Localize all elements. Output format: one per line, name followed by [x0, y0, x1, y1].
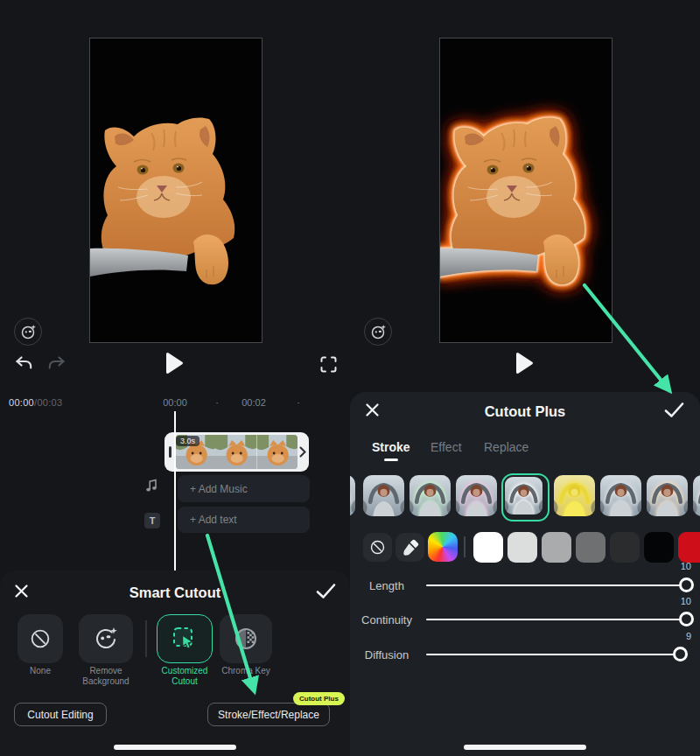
cutout-option-chroma-key[interactable]: [220, 614, 272, 663]
confirm-check-icon[interactable]: [315, 582, 337, 600]
cutout-option-label: Chroma Key: [211, 666, 281, 676]
play-button[interactable]: [165, 352, 184, 374]
eyedropper-button[interactable]: [396, 533, 424, 562]
motion-track-icon: [370, 324, 387, 340]
undo-button[interactable]: [14, 355, 33, 373]
customized-cutout-icon: [169, 623, 200, 654]
length-slider-track[interactable]: [426, 584, 688, 586]
no-color-button[interactable]: [363, 533, 392, 562]
redo-button[interactable]: [46, 355, 66, 373]
timecode-total: /00:03: [34, 397, 62, 408]
add-text-button[interactable]: + Add text: [178, 507, 310, 533]
add-music-button[interactable]: + Add Music: [178, 475, 310, 502]
slider-value: 10: [612, 596, 691, 606]
motion-track-icon: [20, 324, 37, 340]
stroke-preset-yellow-glow[interactable]: [554, 475, 595, 516]
continuity-slider-thumb[interactable]: [679, 612, 694, 626]
no-color-icon: [368, 538, 387, 556]
tab-effect[interactable]: Effect: [430, 440, 462, 454]
slider-label: Length: [350, 579, 424, 592]
continuity-slider-track[interactable]: [426, 619, 688, 620]
cutout-editing-button[interactable]: Cutout Editing: [14, 703, 107, 726]
clip-trim-handle-left[interactable]: [169, 446, 172, 458]
color-swatch[interactable]: [473, 532, 503, 563]
diffusion-slider-track[interactable]: [426, 654, 688, 655]
chroma-key-icon: [231, 624, 261, 654]
play-button[interactable]: [515, 352, 534, 374]
ruler-mark: ·: [297, 397, 300, 408]
color-picker-button[interactable]: [428, 532, 458, 562]
timecode: 00:00/00:03: [9, 397, 62, 408]
diffusion-slider-thumb[interactable]: [673, 647, 688, 662]
stroke-preset-warm-outline[interactable]: [647, 475, 688, 516]
confirm-check-icon[interactable]: [663, 401, 685, 419]
video-editor-screenshot: 00:00/00:03 00:00·00:02· 3.0s + Add Musi…: [0, 0, 700, 756]
playhead[interactable]: [174, 411, 176, 570]
clip-duration-badge: 3.0s: [176, 436, 200, 446]
stroke-preset-white-outline[interactable]: [501, 473, 550, 522]
cutout-option-label: Customized Cutout: [150, 666, 220, 687]
cutout-plus-panel: Cutout Plus StrokeEffectReplace: [350, 392, 700, 756]
slider-value: 10: [612, 561, 691, 571]
stroke-preset-pink-outline[interactable]: [456, 475, 497, 516]
color-swatch[interactable]: [644, 532, 674, 563]
clip-frame-thumbnail: [216, 435, 256, 469]
color-swatch[interactable]: [508, 532, 537, 563]
home-indicator[interactable]: [464, 745, 586, 750]
slider-value: 9: [612, 631, 691, 641]
ruler-mark: ·: [215, 397, 219, 408]
color-swatch[interactable]: [542, 532, 571, 563]
active-tab-underline: [384, 458, 398, 461]
tab-stroke[interactable]: Stroke: [372, 440, 410, 454]
stroke-preset-original[interactable]: [363, 475, 404, 516]
color-swatch[interactable]: [576, 532, 606, 563]
fullscreen-icon[interactable]: [320, 356, 337, 373]
video-clip[interactable]: 3.0s: [164, 432, 309, 472]
ruler-mark: 00:02: [242, 397, 266, 408]
color-swatch[interactable]: [678, 532, 700, 563]
timecode-current: 00:00: [9, 397, 34, 408]
smart-cutout-panel: Smart Cutout NoneRemove BackgroundCustom…: [0, 570, 350, 756]
panel-title: Cutout Plus: [350, 403, 700, 420]
stroke-effect-replace-button[interactable]: Stroke/Effect/Replace: [207, 703, 330, 726]
stroke-preset-soft-gray-outline[interactable]: [600, 475, 641, 516]
cutout-option-label: None: [5, 666, 75, 676]
home-indicator[interactable]: [114, 745, 236, 750]
right-video-preview-glow: [439, 38, 612, 343]
stroke-preset-green-white-outline[interactable]: [410, 475, 451, 516]
panel-title: Smart Cutout: [0, 584, 350, 601]
text-track-icon: T: [144, 513, 160, 528]
eyedropper-icon: [402, 539, 419, 556]
cutout-option-none[interactable]: [18, 614, 63, 663]
slider-label: Continuity: [350, 613, 424, 626]
left-video-preview: [89, 38, 262, 343]
cutout-option-customized-cutout[interactable]: [157, 614, 213, 663]
cutout-plus-badge: Cutout Plus: [293, 692, 345, 705]
color-swatch[interactable]: [610, 532, 640, 563]
none-icon: [28, 626, 52, 651]
clip-trim-handle-right[interactable]: [299, 446, 306, 458]
length-slider-thumb[interactable]: [679, 578, 694, 592]
clip-frame-thumbnail: [257, 435, 298, 469]
stroke-preset-previous-partial[interactable]: [350, 475, 355, 516]
stroke-preset-image: [505, 477, 542, 514]
ruler-mark: 00:00: [163, 397, 187, 408]
remove-background-icon: [91, 624, 121, 654]
cutout-option-remove-background[interactable]: [79, 614, 133, 663]
music-track-icon: [145, 479, 158, 493]
stroke-preset-next-partial[interactable]: [693, 475, 700, 516]
tile-group-divider: [145, 620, 147, 657]
slider-label: Diffusion: [350, 648, 424, 662]
motion-track-button[interactable]: [364, 318, 392, 346]
color-row-divider: [464, 536, 466, 557]
motion-track-button[interactable]: [14, 318, 42, 346]
tab-replace[interactable]: Replace: [484, 440, 528, 454]
cutout-option-label: Remove Background: [71, 666, 141, 687]
